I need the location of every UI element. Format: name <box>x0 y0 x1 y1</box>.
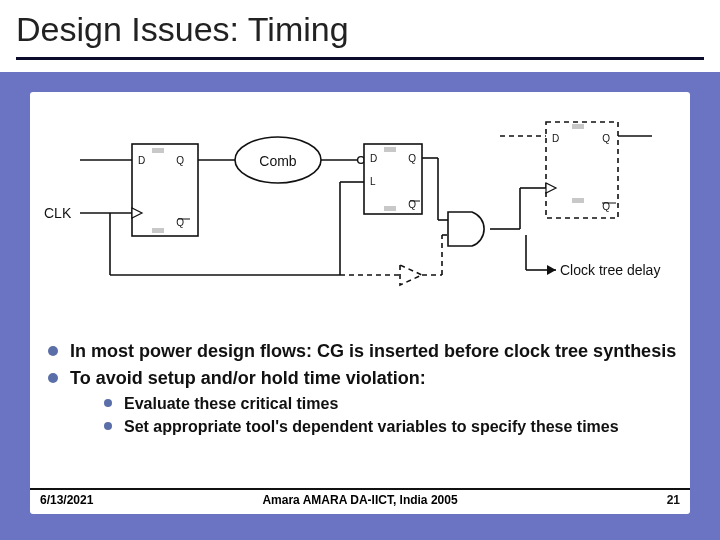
bullet-text: To avoid setup and/or hold time violatio… <box>70 368 426 388</box>
ff2-d-label: D <box>552 133 559 144</box>
bullet-dot-icon <box>104 422 112 430</box>
footer-center: Amara AMARA DA-IICT, India 2005 <box>30 493 690 507</box>
svg-rect-35 <box>572 198 584 203</box>
latch-block: D Q L Q <box>364 144 422 214</box>
bullet-item: To avoid setup and/or hold time violatio… <box>46 367 678 437</box>
body-text: In most power design flows: CG is insert… <box>46 340 678 441</box>
footer-page: 21 <box>667 493 680 507</box>
svg-rect-13 <box>384 147 396 152</box>
flipflop-right: D Q Q <box>546 122 618 218</box>
clk-label: CLK <box>44 205 72 221</box>
ff-d-label: D <box>138 155 145 166</box>
svg-marker-38 <box>547 265 556 275</box>
timing-diagram: CLK D Q Q <box>40 100 680 320</box>
comb-label: Comb <box>259 153 297 169</box>
sub-bullet-text: Evaluate these critical times <box>124 395 338 412</box>
latch-q-label: Q <box>408 153 416 164</box>
bullet-text: In most power design flows: CG is insert… <box>70 341 676 361</box>
bullet-dot-icon <box>48 373 58 383</box>
bullet-dot-icon <box>104 399 112 407</box>
title-rule <box>16 57 704 60</box>
footer: 6/13/2021 Amara AMARA DA-IICT, India 200… <box>30 488 690 510</box>
svg-rect-14 <box>384 206 396 211</box>
page-title: Design Issues: Timing <box>16 10 704 49</box>
content-card: CLK D Q Q <box>30 92 690 514</box>
comb-block: Comb <box>235 137 321 183</box>
svg-rect-34 <box>572 124 584 129</box>
svg-marker-23 <box>400 265 422 285</box>
ff2-q-label: Q <box>602 133 610 144</box>
ff-q-label: Q <box>176 155 184 166</box>
bullet-dot-icon <box>48 346 58 356</box>
svg-rect-6 <box>152 228 164 233</box>
latch-l-label: L <box>370 176 376 187</box>
sub-bullet-text: Set appropriate tool's dependent variabl… <box>124 418 619 435</box>
latch-d-label: D <box>370 153 377 164</box>
and-gate-icon <box>448 212 484 246</box>
clock-tree-delay-label: Clock tree delay <box>560 262 660 278</box>
slide: Design Issues: Timing CLK D Q Q <box>0 0 720 540</box>
sub-bullet-item: Set appropriate tool's dependent variabl… <box>104 417 678 437</box>
svg-rect-5 <box>152 148 164 153</box>
bullet-item: In most power design flows: CG is insert… <box>46 340 678 363</box>
clock-buffer-icon <box>400 265 422 285</box>
sub-bullet-item: Evaluate these critical times <box>104 394 678 414</box>
flipflop-left: D Q Q <box>132 144 198 236</box>
title-bar: Design Issues: Timing <box>0 0 720 72</box>
